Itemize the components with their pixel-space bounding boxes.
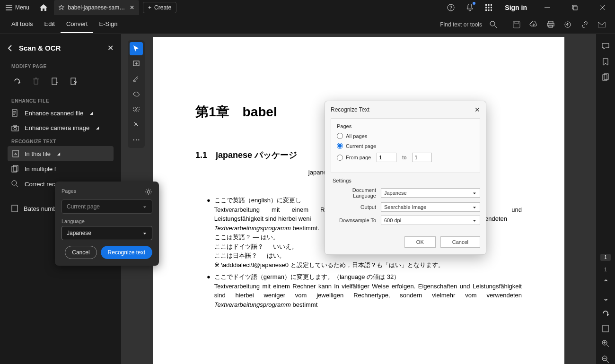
svg-point-13 — [490, 21, 495, 26]
page-up-button[interactable]: ⌃ — [599, 278, 612, 287]
pages-value: Current page — [67, 203, 100, 210]
copy-icon — [602, 73, 609, 81]
radio-input[interactable] — [337, 133, 343, 139]
close-tab-icon[interactable]: ✕ — [130, 4, 134, 11]
pages-select[interactable]: Current page ▼ — [62, 199, 152, 214]
svg-rect-5 — [485, 7, 487, 9]
more-tools[interactable]: ⋯ — [130, 133, 143, 146]
in-multiple-files-button[interactable]: In multiple f — [0, 161, 121, 176]
gear-icon — [145, 188, 152, 196]
radio-current-page[interactable]: Current page — [337, 143, 474, 149]
menu-button[interactable]: Menu — [0, 0, 35, 15]
cancel-button[interactable]: Cancel — [440, 236, 480, 248]
sidebar-close-button[interactable]: ✕ — [107, 43, 114, 52]
apps-button[interactable] — [482, 1, 495, 14]
highlight-tool[interactable] — [130, 72, 143, 86]
home-button[interactable] — [35, 0, 52, 15]
enhance-camera-label: Enhance camera image — [25, 124, 89, 131]
in-this-file-label: In this file — [25, 150, 51, 157]
tab-edit[interactable]: Edit — [39, 16, 61, 33]
recognize-text-button[interactable]: Recognize text — [101, 246, 152, 259]
back-icon[interactable] — [8, 45, 13, 52]
zoom-in-button[interactable] — [599, 339, 612, 348]
radio-input[interactable] — [337, 155, 343, 161]
recognize-text-label: RECOGNIZE TEXT — [0, 135, 121, 146]
doc-language-value: Japanese — [384, 190, 407, 196]
find-text-label: Find text or tools — [440, 21, 482, 28]
fit-page-button[interactable] — [599, 324, 612, 333]
comment-icon — [602, 43, 609, 50]
delete-button[interactable] — [30, 76, 42, 87]
save-button[interactable] — [509, 17, 524, 32]
rotate-button[interactable] — [11, 76, 23, 87]
cloud-button[interactable] — [526, 17, 541, 32]
tab-esign[interactable]: E-Sign — [93, 16, 123, 33]
svg-text:?: ? — [450, 5, 453, 10]
text-box-tool[interactable]: A — [130, 103, 143, 116]
search-icon — [490, 21, 497, 28]
tab-convert[interactable]: Convert — [61, 16, 94, 33]
zoom-out-icon — [602, 355, 609, 363]
select-tool[interactable] — [130, 42, 143, 55]
chevron-down-icon: ▼ — [142, 205, 147, 208]
tab-all-tools[interactable]: All tools — [6, 16, 39, 33]
svg-rect-12 — [573, 6, 577, 10]
chevron-down-icon: ▼ — [472, 191, 477, 195]
text: ここはドイツ語？ — いいえ。 — [214, 243, 298, 250]
settings-button[interactable] — [145, 188, 152, 196]
enhance-scanned-button[interactable]: Enhance scanned file◢ — [0, 105, 121, 121]
radio-input[interactable] — [337, 143, 343, 149]
from-page-input[interactable] — [377, 153, 396, 162]
add-text-tool[interactable] — [130, 57, 143, 70]
to-page-input[interactable] — [412, 153, 432, 162]
zoom-out-button[interactable] — [599, 355, 612, 364]
dots-icon: ⋯ — [132, 135, 140, 144]
cancel-button[interactable]: Cancel — [65, 246, 97, 259]
notification-dot — [473, 2, 475, 5]
document-tab[interactable]: babel-japanese-sample. ✕ — [54, 0, 139, 15]
radio-all-pages[interactable]: All pages — [337, 133, 474, 139]
comments-button[interactable] — [599, 42, 612, 51]
rotate-icon — [13, 78, 21, 85]
bookmarks-button[interactable] — [599, 57, 612, 66]
minimize-icon — [545, 5, 550, 10]
close-window-button[interactable] — [591, 1, 613, 14]
share-button[interactable] — [560, 17, 575, 32]
sign-tool[interactable] — [130, 118, 143, 131]
create-button[interactable]: + Create — [143, 2, 176, 13]
current-page-input[interactable]: 1 — [600, 254, 611, 261]
output-select[interactable]: Searchable Image▼ — [381, 202, 480, 212]
svg-rect-6 — [488, 7, 490, 9]
recognize-options-popup: Pages Current page ▼ Language Japanese ▼… — [55, 182, 159, 266]
in-this-file-button[interactable]: A In this file◢ — [8, 146, 114, 161]
search-button[interactable] — [486, 17, 501, 32]
notifications-button[interactable] — [463, 1, 476, 14]
bookmark-icon — [603, 58, 608, 66]
modify-page-actions — [0, 71, 121, 95]
extract-page-button[interactable] — [68, 76, 79, 87]
svg-rect-2 — [485, 4, 487, 6]
enhance-scanned-label: Enhance scanned file — [25, 110, 83, 117]
ok-button[interactable]: OK — [404, 236, 436, 248]
doc-language-select[interactable]: Japanese▼ — [381, 188, 480, 198]
sidebar-title: Scan & OCR — [19, 44, 61, 52]
downsample-select[interactable]: 600 dpi▼ — [381, 216, 480, 225]
page-down-button[interactable]: ⌄ — [599, 293, 612, 303]
downsample-value: 600 dpi — [384, 217, 401, 223]
minimize-button[interactable] — [536, 1, 558, 14]
rotate-view-button[interactable] — [599, 308, 612, 318]
enhance-camera-button[interactable]: Enhance camera image◢ — [0, 121, 121, 135]
thumbnails-button[interactable] — [599, 72, 612, 82]
signin-button[interactable]: Sign in — [501, 4, 531, 11]
language-select[interactable]: Japanese ▼ — [62, 226, 152, 240]
help-button[interactable]: ? — [444, 1, 457, 14]
link-button[interactable] — [577, 17, 592, 32]
dialog-title: Recognize Text — [331, 106, 369, 113]
print-button[interactable] — [543, 17, 558, 32]
email-button[interactable] — [594, 17, 609, 32]
draw-free-tool[interactable] — [130, 87, 143, 101]
dialog-close-button[interactable]: ✕ — [474, 106, 480, 113]
maximize-button[interactable] — [564, 1, 586, 14]
radio-from-page[interactable]: From page to — [337, 153, 474, 162]
insert-page-button[interactable] — [49, 76, 61, 87]
